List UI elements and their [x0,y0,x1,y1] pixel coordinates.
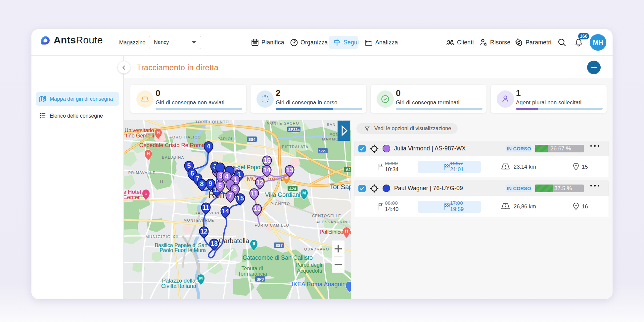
svg-text:tino Gemelli: tino Gemelli [126,133,154,138]
svg-text:M: M [199,276,203,281]
svg-text:Acquedotti: Acquedotti [297,268,322,274]
svg-text:SS7: SS7 [275,243,283,247]
svg-text:PARIOLI: PARIOLI [217,137,235,141]
svg-text:PIETRALATA: PIETRALATA [282,145,309,149]
svg-text:4: 4 [207,142,210,150]
svg-text:SS5: SS5 [319,149,326,153]
svg-text:A2: A2 [346,168,351,172]
svg-text:Ospedale Cristo Re Roma: Ospedale Cristo Re Roma [139,142,205,148]
svg-text:13: 13 [210,240,218,247]
svg-text:9: 9 [209,180,212,187]
svg-text:⌂: ⌂ [145,191,147,196]
svg-text:Tor Sap: Tor Sap [330,183,351,190]
svg-text:13: 13 [286,166,293,174]
svg-text:Paolo Fuori le Mura: Paolo Fuori le Mura [160,247,206,253]
svg-text:H: H [147,151,150,156]
svg-text:H: H [345,229,348,234]
svg-text:Catacombe di San Callisto: Catacombe di San Callisto [243,254,313,261]
svg-text:TOR DI QUINTO: TOR DI QUINTO [195,120,229,124]
svg-text:14: 14 [222,207,229,215]
svg-text:14: 14 [263,166,270,174]
svg-text:Parco degli: Parco degli [296,262,322,268]
svg-text:MONTE SACRO: MONTE SACRO [267,121,299,125]
svg-text:MUNICIPIO XII: MUNICIPIO XII [146,235,179,239]
svg-text:IKEA Roma Anagnina: IKEA Roma Anagnina [292,281,349,288]
svg-text:SS4: SS4 [248,137,255,141]
svg-text:Civiltà Italiana: Civiltà Italiana [161,283,196,289]
svg-text:15: 15 [263,157,271,164]
svg-text:SP3: SP3 [256,277,264,281]
svg-text:PIGNETO: PIGNETO [270,202,290,206]
svg-text:8: 8 [200,180,204,188]
svg-text:Tormarancia: Tormarancia [238,271,267,277]
svg-text:SAN: SAN [327,123,336,127]
svg-text:Universitario: Universitario [125,128,154,133]
svg-text:♜: ♜ [252,241,256,246]
svg-text:SP22a: SP22a [288,128,300,132]
svg-text:M: M [302,190,306,195]
svg-text:10: 10 [253,205,261,212]
svg-text:12: 12 [256,179,263,186]
svg-text:A24: A24 [289,187,296,191]
svg-text:QUADRARO: QUADRARO [304,247,329,251]
svg-text:5: 5 [187,162,191,169]
svg-text:PRIMAVALLE: PRIMAVALLE [128,171,156,175]
svg-text:7: 7 [229,192,232,199]
svg-text:15: 15 [237,194,244,202]
svg-text:11: 11 [251,189,258,197]
svg-text:4: 4 [225,173,229,180]
svg-text:MONTEVERDE: MONTEVERDE [184,218,214,222]
svg-text:ALESSANDRINO: ALESSANDRINO [316,220,351,224]
svg-text:Villa Gordiani: Villa Gordiani [265,191,300,198]
svg-text:FORO ITALICO: FORO ITALICO [170,135,201,139]
svg-text:Center: Center [124,194,140,200]
svg-text:CENTOCELLE: CENTOCELLE [312,214,341,218]
svg-text:BALDUINA: BALDUINA [162,155,184,159]
svg-text:5: 5 [218,182,222,189]
svg-text:8: 8 [233,185,237,192]
svg-text:12: 12 [200,228,207,235]
svg-text:H: H [157,130,160,135]
svg-text:TI: TI [159,179,163,184]
svg-text:11: 11 [203,204,209,211]
svg-text:Tenuta di: Tenuta di [242,266,263,271]
